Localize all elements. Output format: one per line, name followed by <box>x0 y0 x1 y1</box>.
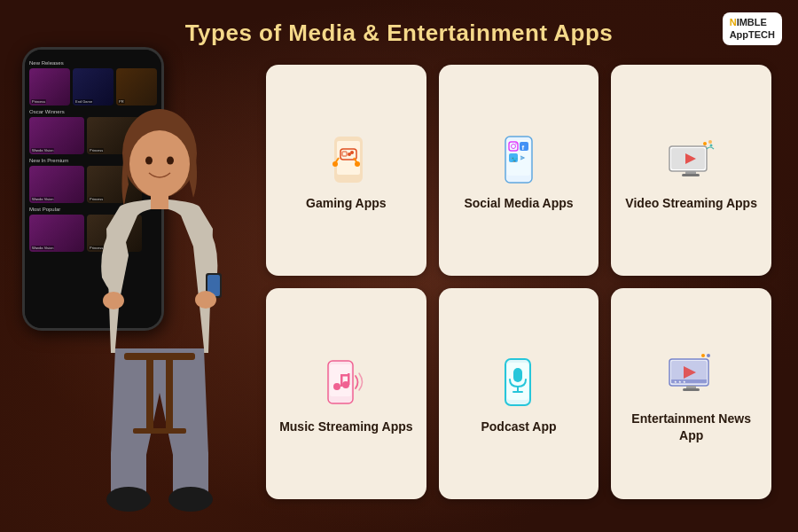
thumb-label-wanda1: Wanda Vision <box>31 148 54 153</box>
svg-point-12 <box>168 487 213 512</box>
svg-point-26 <box>355 161 360 167</box>
gaming-icon-container <box>315 130 377 188</box>
main-content: New Releases Princess End Game PR <box>0 56 798 517</box>
card-gaming-label: Gaming Apps <box>306 195 387 211</box>
svg-point-2 <box>145 157 153 165</box>
logo-highlight: N <box>730 17 737 27</box>
card-news[interactable]: ★ ★ ★ Entertainment News App <box>611 288 771 499</box>
svg-rect-64 <box>683 388 700 391</box>
svg-point-8 <box>195 291 216 309</box>
card-social[interactable]: f 🐦 Social Media Apps <box>439 65 599 276</box>
svg-point-40 <box>708 140 712 144</box>
svg-rect-13 <box>124 353 195 360</box>
video-icon <box>662 133 720 186</box>
svg-point-39 <box>703 142 707 145</box>
person-image <box>62 91 266 517</box>
svg-point-24 <box>332 161 338 167</box>
svg-text:★ ★ ★: ★ ★ ★ <box>674 379 686 384</box>
card-music-label: Music Streaming Apps <box>279 419 412 434</box>
music-icon-container <box>315 354 377 411</box>
music-icon <box>317 356 375 410</box>
news-icon: ★ ★ ★ <box>662 348 720 402</box>
podcast-icon-container <box>488 354 550 411</box>
svg-point-31 <box>516 143 518 145</box>
svg-rect-14 <box>146 360 153 431</box>
svg-rect-4 <box>151 193 168 209</box>
svg-rect-53 <box>513 368 522 382</box>
svg-point-3 <box>167 157 174 165</box>
svg-rect-16 <box>133 428 186 434</box>
news-icon-container: ★ ★ ★ <box>661 346 723 403</box>
cards-grid: Gaming Apps f <box>266 56 780 517</box>
phone-label-new-releases: New Releases <box>29 60 157 66</box>
social-icon: f 🐦 <box>489 133 547 186</box>
svg-point-61 <box>701 354 705 357</box>
svg-point-46 <box>333 383 340 390</box>
gaming-icon <box>317 133 375 186</box>
thumb-label-princess: Princess <box>31 99 46 104</box>
phone-section: New Releases Princess End Game PR <box>9 56 266 517</box>
svg-point-62 <box>707 354 710 357</box>
svg-rect-49 <box>340 374 348 377</box>
thumb-label-wanda2: Wanda Vision <box>31 197 54 201</box>
card-social-label: Social Media Apps <box>464 195 573 211</box>
social-icon-container: f 🐦 <box>488 130 550 188</box>
svg-text:🐦: 🐦 <box>511 154 519 162</box>
svg-point-11 <box>106 487 151 512</box>
card-gaming[interactable]: Gaming Apps <box>266 65 426 276</box>
svg-point-1 <box>129 130 190 198</box>
card-video-label: Video Streaming Apps <box>625 195 757 211</box>
svg-point-21 <box>348 153 351 156</box>
card-podcast-label: Podcast App <box>481 419 556 434</box>
video-icon-container <box>661 130 723 188</box>
person-svg <box>62 100 257 517</box>
svg-point-43 <box>710 144 713 146</box>
svg-text:f: f <box>522 144 525 152</box>
card-news-label: Entertainment News App <box>620 411 763 442</box>
svg-rect-42 <box>682 174 700 176</box>
card-podcast[interactable]: Podcast App <box>439 288 599 499</box>
card-music[interactable]: Music Streaming Apps <box>266 288 426 499</box>
card-video[interactable]: Video Streaming Apps <box>611 65 771 276</box>
svg-point-7 <box>103 292 124 309</box>
svg-rect-50 <box>348 373 350 385</box>
podcast-icon <box>489 356 547 410</box>
svg-rect-15 <box>166 360 173 431</box>
thumb-label-wanda3: Wanda Vision <box>31 246 54 250</box>
logo: NIMBLEAppTECH <box>723 12 782 45</box>
